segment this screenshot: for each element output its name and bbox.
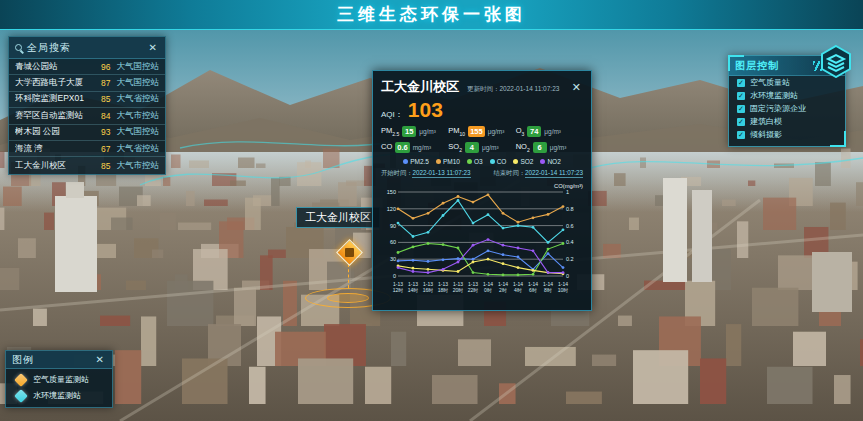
station-list: 青城公园站 96 大气国控站大学西路电子大厦 87 大气国控站环科院监测EPX0… <box>9 59 165 174</box>
legend-close-icon[interactable]: ✕ <box>94 354 106 365</box>
station-list-item[interactable]: 工大金川校区 85 大气市控站 <box>9 157 165 173</box>
svg-text:1-1318时: 1-1318时 <box>438 281 449 293</box>
start-time-value[interactable]: 2022-01-13 11:07:23 <box>412 169 470 178</box>
layer-list: ✓ 空气质量站✓ 水环境监测站✓ 固定污染源企业✓ 建筑白模✓ 倾斜摄影 <box>729 76 845 141</box>
layer-label: 建筑白模 <box>750 116 782 127</box>
pollutant-name: PM2.5 <box>381 126 399 137</box>
layer-toggle-item[interactable]: ✓ 倾斜摄影 <box>729 128 845 141</box>
station-map-label: 工大金川校区 <box>296 207 380 228</box>
svg-text:1-1312时: 1-1312时 <box>393 281 404 293</box>
pollutant-name: CO <box>381 142 392 153</box>
layer-toggle-item[interactable]: ✓ 固定污染源企业 <box>729 102 845 115</box>
pollutant-cell: PM2.5 15 μg/m³ <box>381 126 448 137</box>
series-legend-item[interactable]: SO2 <box>513 158 533 165</box>
series-label: O3 <box>474 158 483 165</box>
svg-text:0.4: 0.4 <box>566 239 574 245</box>
pollutant-name: PM10 <box>448 126 465 137</box>
station-detail-popup: 工大金川校区 更新时间：2022-01-14 11:07:23 ✕ AQI： 1… <box>372 70 592 311</box>
svg-text:30: 30 <box>390 256 396 262</box>
svg-text:1-148时: 1-148时 <box>543 281 553 293</box>
time-range-row: 开始时间：2022-01-13 11:07:23 结束时间：2022-01-14… <box>381 169 583 178</box>
svg-text:150: 150 <box>387 189 396 195</box>
pollutant-cell: CO 0.6 mg/m³ <box>381 142 448 153</box>
update-time: 更新时间：2022-01-14 11:07:23 <box>467 85 566 94</box>
aqi-row: AQI： 103 <box>381 98 583 122</box>
station-name: 海流 湾 <box>15 143 91 155</box>
popup-header: 工大金川校区 更新时间：2022-01-14 11:07:23 ✕ <box>381 78 583 96</box>
station-list-item[interactable]: 环科院监测EPX01 85 大气省控站 <box>9 92 165 108</box>
legend-marker-icon <box>14 388 28 402</box>
svg-text:1-146时: 1-146时 <box>528 281 538 293</box>
pollutant-unit: mg/m³ <box>413 144 431 151</box>
layer-control-panel: 图层控制 ✓ 空气质量站✓ 水环境监测站✓ 固定污染源企业✓ 建筑白模✓ 倾斜摄… <box>728 55 846 147</box>
end-time: 结束时间：2022-01-14 11:07:23 <box>494 169 584 178</box>
checkbox-checked-icon[interactable]: ✓ <box>737 131 745 139</box>
svg-text:0: 0 <box>393 273 396 279</box>
station-panel-titlebar: 全局搜索 ✕ <box>9 37 165 59</box>
pollutant-unit: μg/m³ <box>544 128 561 135</box>
station-aqi-value: 67 <box>91 144 111 154</box>
pollutant-unit: μg/m³ <box>550 144 567 151</box>
station-list-item[interactable]: 大学西路电子大厦 87 大气国控站 <box>9 75 165 91</box>
popup-title: 工大金川校区 <box>381 78 459 96</box>
checkbox-checked-icon[interactable]: ✓ <box>737 92 745 100</box>
aqi-value: 103 <box>408 98 443 122</box>
top-banner: 三维生态环保一张图 <box>0 0 863 30</box>
series-label: SO2 <box>520 158 533 165</box>
series-legend-item[interactable]: CO <box>490 158 507 165</box>
pollutant-cell: O3 74 μg/m³ <box>516 126 583 137</box>
pollutant-value-badge: 6 <box>533 142 547 153</box>
series-legend-item[interactable]: NO2 <box>540 158 560 165</box>
marker-anchor-line <box>348 264 349 288</box>
app-root: 三维生态环保一张图 工大金川校区 全局搜索 ✕ 青城公园站 96 大气国控站大学… <box>0 0 863 421</box>
station-list-item[interactable]: 树木园 公园 93 大气国控站 <box>9 125 165 141</box>
series-legend-item[interactable]: O3 <box>467 158 483 165</box>
legend-item-label: 水环境监测站 <box>33 390 81 401</box>
svg-text:1-1410时: 1-1410时 <box>558 281 569 293</box>
layer-toggle-item[interactable]: ✓ 建筑白模 <box>729 115 845 128</box>
layer-panel-title: 图层控制 <box>735 59 813 73</box>
chart-series-legend: PM2.5 PM10 O3 CO SO2 NO2 <box>381 158 583 165</box>
close-icon[interactable]: ✕ <box>147 42 159 53</box>
legend-item: 空气质量监测站 <box>6 369 112 385</box>
station-list-item[interactable]: 赛罕区自动监测站 84 大气市控站 <box>9 108 165 124</box>
station-list-item[interactable]: 青城公园站 96 大气国控站 <box>9 59 165 75</box>
start-time: 开始时间：2022-01-13 11:07:23 <box>381 169 471 178</box>
svg-text:1-140时: 1-140时 <box>483 281 493 293</box>
popup-close-icon[interactable]: ✕ <box>570 81 583 94</box>
pollutant-value-badge: 15 <box>402 126 416 137</box>
series-legend-item[interactable]: PM10 <box>436 158 460 165</box>
marker-ring-inner <box>327 293 369 303</box>
layers-hexagon-icon[interactable] <box>819 44 853 78</box>
svg-text:1-1320时: 1-1320时 <box>453 281 464 293</box>
checkbox-checked-icon[interactable]: ✓ <box>737 79 745 87</box>
layer-toggle-item[interactable]: ✓ 水环境监测站 <box>729 89 845 102</box>
svg-text:1-144时: 1-144时 <box>513 281 523 293</box>
layer-label: 水环境监测站 <box>750 90 798 101</box>
update-time-value: 2022-01-14 11:07:23 <box>500 85 560 92</box>
svg-text:0.6: 0.6 <box>566 223 574 229</box>
checkbox-checked-icon[interactable]: ✓ <box>737 118 745 126</box>
layer-label: 空气质量站 <box>750 77 790 88</box>
station-type: 大气国控站 <box>117 61 160 73</box>
station-name: 赛罕区自动监测站 <box>15 110 91 122</box>
pollutant-value-badge: 74 <box>527 126 541 137</box>
map-legend-panel: 图例 ✕ 空气质量监测站 水环境监测站 <box>5 350 113 408</box>
pollutant-value-badge: 155 <box>468 126 485 137</box>
svg-text:0.8: 0.8 <box>566 206 574 212</box>
layer-label: 固定污染源企业 <box>750 103 806 114</box>
pollutant-name: O3 <box>516 126 525 137</box>
svg-text:60: 60 <box>390 239 396 245</box>
series-color-dot <box>513 159 518 164</box>
end-time-value[interactable]: 2022-01-14 11:07:23 <box>525 169 583 178</box>
station-type: 大气国控站 <box>117 77 160 89</box>
series-legend-item[interactable]: PM2.5 <box>403 158 429 165</box>
station-type: 大气国控站 <box>117 126 160 138</box>
pollutant-trend-chart: CO(mg/m³)00300.2600.4900.61200.81501 1-1… <box>381 180 585 300</box>
series-color-dot <box>436 159 441 164</box>
pollutant-cell: PM10 155 μg/m³ <box>448 126 515 137</box>
series-label: PM2.5 <box>410 158 429 165</box>
station-list-item[interactable]: 海流 湾 67 大气省控站 <box>9 141 165 157</box>
checkbox-checked-icon[interactable]: ✓ <box>737 105 745 113</box>
layer-label: 倾斜摄影 <box>750 129 782 140</box>
